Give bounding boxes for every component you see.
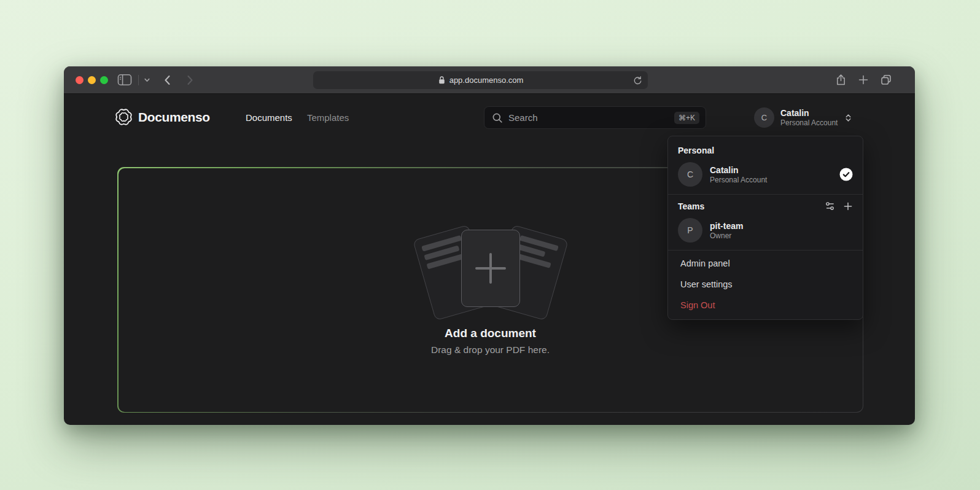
team-name: pit-team	[710, 221, 853, 231]
search-input[interactable]	[508, 112, 669, 123]
dropzone-title: Add a document	[119, 327, 863, 340]
share-button[interactable]	[834, 73, 847, 87]
share-icon	[835, 74, 847, 86]
url-text: app.documenso.com	[449, 76, 524, 85]
sliders-icon	[825, 201, 835, 211]
personal-section-header: Personal	[668, 142, 863, 160]
team-role: Owner	[710, 231, 853, 240]
chevron-right-icon	[184, 74, 195, 86]
avatar: C	[678, 162, 702, 187]
new-tab-button[interactable]	[857, 73, 870, 87]
personal-header-label: Personal	[678, 146, 714, 155]
selected-check-icon	[839, 168, 853, 181]
address-bar[interactable]: app.documenso.com	[313, 71, 648, 89]
plus-icon	[858, 74, 869, 85]
team-item[interactable]: P pit-team Owner	[668, 216, 863, 247]
personal-account-subtitle: Personal Account	[710, 176, 832, 184]
search-bar[interactable]: ⌘+K	[484, 106, 706, 129]
back-button[interactable]	[161, 74, 174, 87]
documenso-logo[interactable]: Documenso	[115, 109, 210, 125]
menu-separator	[668, 250, 863, 251]
chevrons-up-down-icon	[844, 113, 853, 123]
search-icon	[492, 112, 503, 123]
brand-name: Documenso	[138, 110, 210, 125]
account-dropdown-menu: Personal C Catalin Personal Account Team…	[667, 136, 863, 320]
menu-separator	[668, 194, 863, 195]
plus-icon	[843, 201, 853, 211]
document-card-add	[461, 230, 520, 307]
menu-item-user-settings[interactable]: User settings	[668, 274, 863, 295]
search-shortcut-badge: ⌘+K	[674, 112, 699, 124]
account-name: Catalin	[780, 108, 838, 119]
add-document-plus-icon	[475, 253, 506, 284]
sidebar-toggle-button[interactable]	[117, 73, 133, 87]
menu-item-sign-out[interactable]: Sign Out	[668, 295, 863, 316]
avatar: P	[678, 218, 702, 243]
create-team-button[interactable]	[843, 201, 853, 211]
forward-button[interactable]	[183, 74, 196, 87]
documenso-seal-icon	[115, 109, 132, 125]
avatar: C	[754, 107, 774, 128]
browser-toolbar[interactable]: app.documenso.com	[64, 66, 915, 94]
chevron-left-icon	[162, 74, 173, 86]
nav-link-templates[interactable]: Templates	[307, 112, 349, 123]
window-controls	[76, 76, 108, 84]
chevron-down-icon	[143, 76, 151, 84]
tab-group-chevron-button[interactable]	[142, 76, 152, 85]
tab-overview-icon	[880, 74, 892, 86]
toolbar-divider	[138, 75, 139, 85]
personal-account-name: Catalin	[710, 165, 832, 176]
account-subtitle: Personal Account	[780, 119, 838, 127]
zoom-window-button[interactable]	[100, 76, 108, 84]
menu-item-admin-panel[interactable]: Admin panel	[668, 253, 863, 274]
sidebar-icon	[117, 74, 132, 86]
lock-icon	[438, 76, 446, 85]
minimize-window-button[interactable]	[88, 76, 96, 84]
reload-icon	[632, 76, 643, 86]
main-navigation: Documents Templates	[246, 112, 349, 123]
personal-account-item[interactable]: C Catalin Personal Account	[668, 160, 863, 192]
close-window-button[interactable]	[76, 76, 84, 84]
browser-window: app.documenso.com	[64, 66, 915, 425]
teams-section-header: Teams	[668, 197, 863, 216]
dropzone-subtitle: Drag & drop your PDF here.	[119, 344, 863, 356]
reload-button[interactable]	[631, 74, 644, 87]
manage-teams-button[interactable]	[825, 201, 835, 211]
tab-overview-button[interactable]	[879, 73, 893, 87]
desktop-background: app.documenso.com	[0, 0, 980, 490]
account-menu-trigger[interactable]: C Catalin Personal Account	[754, 107, 853, 128]
teams-header-label: Teams	[678, 201, 704, 211]
nav-link-documents[interactable]: Documents	[246, 112, 292, 123]
